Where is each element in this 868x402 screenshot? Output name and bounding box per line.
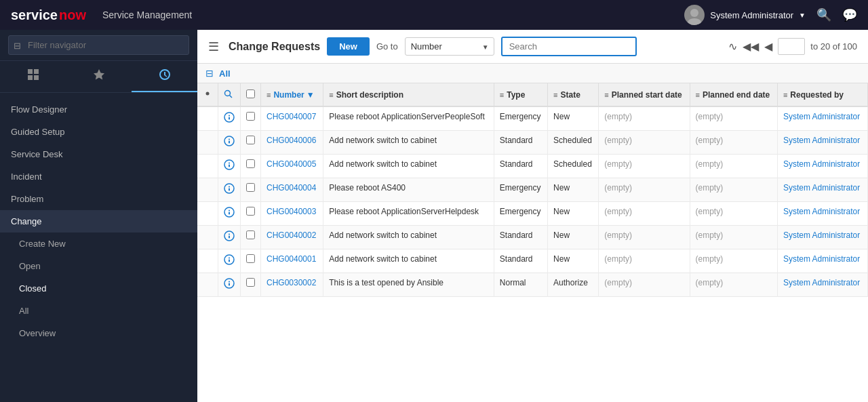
row-checkbox[interactable] [241,226,261,249]
svg-rect-3 [34,69,39,74]
row-number[interactable]: CHG0030002 [261,273,323,297]
row-number[interactable]: CHG0040002 [261,226,323,249]
sidebar-item-overview[interactable]: Overview [0,322,197,344]
row-number[interactable]: CHG0040005 [261,155,323,178]
row-info-icon[interactable] [218,155,241,178]
planned-start-date-column-header[interactable]: ≡Planned start date [599,83,690,106]
requested-by-link[interactable]: System Administrator [783,278,860,287]
record-link[interactable]: CHG0040001 [267,254,316,264]
record-link[interactable]: CHG0030002 [267,278,316,287]
sidebar-tab-home[interactable] [0,61,66,92]
page-number-input[interactable]: 1 [778,38,805,55]
menu-icon[interactable]: ☰ [208,39,219,54]
record-link[interactable]: CHG0040005 [267,159,316,169]
state-column-header[interactable]: ≡State [548,83,599,106]
sidebar-item-flow-designer[interactable]: Flow Designer [0,98,197,121]
row-select-checkbox[interactable] [246,112,255,121]
row-checkbox[interactable] [241,155,261,178]
info-icon[interactable] [224,113,235,125]
user-menu[interactable]: System Administrator ▼ [684,5,806,25]
requested-by-link[interactable]: System Administrator [783,254,860,264]
requested-by-column-header[interactable]: ≡Requested by [777,83,867,106]
row-select-checkbox[interactable] [246,159,255,168]
row-select-checkbox[interactable] [246,136,255,144]
sidebar-item-change[interactable]: Change [0,210,197,233]
record-link[interactable]: CHG0040007 [267,112,316,121]
sparkline-icon[interactable]: ∿ [728,40,737,53]
requested-by-link[interactable]: System Administrator [783,230,860,240]
search-icon[interactable]: 🔍 [816,7,831,22]
chat-icon[interactable]: 💬 [842,7,857,22]
row-select-checkbox[interactable] [246,230,255,239]
row-requested-by: System Administrator [777,226,867,249]
sidebar-item-problem[interactable]: Problem [0,188,197,210]
sidebar-tab-history[interactable] [132,61,197,92]
sidebar-item-service-desk[interactable]: Service Desk [0,143,197,165]
new-button[interactable]: New [327,37,370,56]
info-icon[interactable] [224,137,235,148]
sidebar-item-all[interactable]: All [0,300,197,322]
row-checkbox[interactable] [241,273,261,297]
checkbox-column-header [241,83,261,106]
sidebar-item-guided-setup[interactable]: Guided Setup [0,121,197,143]
row-number[interactable]: CHG0040004 [261,178,323,202]
select-all-checkbox[interactable] [246,89,255,98]
first-page-icon[interactable]: ◀◀ [743,40,759,53]
row-number[interactable]: CHG0040006 [261,131,323,155]
row-select-checkbox[interactable] [246,278,255,287]
row-checkbox[interactable] [241,178,261,202]
requested-by-link[interactable]: System Administrator [783,136,860,145]
row-checkbox[interactable] [241,106,261,131]
prev-page-icon[interactable]: ◀ [764,40,772,53]
info-icon[interactable] [224,184,235,196]
row-info-icon[interactable] [218,202,241,226]
info-icon[interactable] [224,256,235,267]
row-select-checkbox[interactable] [246,183,255,192]
navbar-right: System Administrator ▼ 🔍 💬 [684,5,857,25]
record-link[interactable]: CHG0040002 [267,230,316,240]
requested-by-link[interactable]: System Administrator [783,159,860,169]
info-icon[interactable] [224,208,235,220]
filter-input[interactable] [8,35,189,55]
row-info-icon[interactable] [218,249,241,273]
short-description-column-header[interactable]: ≡Short description [323,83,494,106]
record-link[interactable]: CHG0040004 [267,183,316,193]
sidebar-item-closed[interactable]: Closed [0,277,197,300]
type-column-header[interactable]: ≡Type [494,83,547,106]
sidebar-tab-favorites[interactable] [66,61,132,92]
row-info-icon[interactable] [218,106,241,131]
requested-by-link[interactable]: System Administrator [783,112,860,121]
row-checkbox[interactable] [241,131,261,155]
row-info-icon[interactable] [218,178,241,202]
row-select-checkbox[interactable] [246,207,255,216]
filter-all-link[interactable]: All [219,68,231,79]
info-icon[interactable] [224,279,235,291]
info-icon[interactable] [224,232,235,243]
sidebar-item-open[interactable]: Open [0,255,197,277]
info-icon[interactable] [224,161,235,172]
requested-by-link[interactable]: System Administrator [783,183,860,193]
sidebar-item-incident[interactable]: Incident [0,165,197,188]
row-checkbox[interactable] [241,249,261,273]
row-info-icon[interactable] [218,226,241,249]
row-checkbox[interactable] [241,202,261,226]
number-column-header[interactable]: ≡Number▼ [261,83,323,106]
sidebar-item-create-new[interactable]: Create New [0,233,197,255]
row-settings [197,226,218,249]
row-planned-start-date: (empty) [599,202,690,226]
planned-end-date-column-header[interactable]: ≡Planned end date [690,83,777,106]
row-number[interactable]: CHG0040007 [261,106,323,131]
record-link[interactable]: CHG0040003 [267,207,316,216]
row-select-checkbox[interactable] [246,254,255,263]
row-settings [197,273,218,297]
row-info-icon[interactable] [218,273,241,297]
row-info-icon[interactable] [218,131,241,155]
row-number[interactable]: CHG0040001 [261,249,323,273]
goto-select[interactable]: Number Short description Type State [405,37,494,56]
requested-by-link[interactable]: System Administrator [783,207,860,216]
search-input[interactable] [501,37,637,56]
row-number[interactable]: CHG0040003 [261,202,323,226]
svg-point-23 [229,186,230,188]
table-row: CHG0040002 Add network switch to cabinet… [197,226,868,249]
record-link[interactable]: CHG0040006 [267,136,316,145]
